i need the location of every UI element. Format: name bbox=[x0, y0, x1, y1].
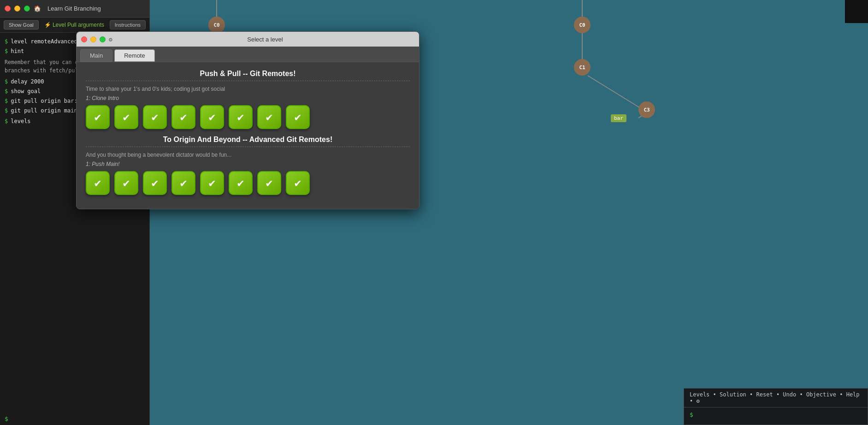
level-btn-1-7[interactable]: ✔ bbox=[257, 105, 281, 129]
check-icon-1-5: ✔ bbox=[209, 111, 215, 124]
menu-objective[interactable]: Objective bbox=[806, 391, 836, 398]
modal-tabs: Main Remote bbox=[77, 47, 419, 62]
separator-6: • bbox=[690, 398, 696, 404]
check-icon-1-3: ✔ bbox=[152, 111, 158, 124]
prompt-3: $ bbox=[5, 77, 8, 86]
check-icon-2-4: ✔ bbox=[180, 177, 187, 189]
prompt-4: $ bbox=[5, 87, 8, 96]
git-node-c0-right: C0 bbox=[574, 17, 590, 33]
left-toolbar: Show Goal ⚡ Level Pull arguments Instruc… bbox=[0, 18, 149, 33]
level-btn-2-3[interactable]: ✔ bbox=[143, 171, 167, 195]
select-level-modal: ⚙ Select a level Main Remote Push & Pull… bbox=[76, 31, 419, 209]
modal-title: Select a level bbox=[116, 36, 414, 43]
prompt-1: $ bbox=[5, 37, 8, 46]
separator-2: • bbox=[750, 391, 756, 398]
section-2-divider bbox=[86, 147, 410, 147]
minimize-button[interactable] bbox=[14, 6, 20, 12]
level-btn-1-4[interactable]: ✔ bbox=[171, 105, 195, 129]
section-2-level-label: 1: Push Main! bbox=[86, 161, 410, 167]
menu-help[interactable]: Help bbox=[846, 391, 860, 398]
terminal-prompt-bottom: $ bbox=[0, 413, 149, 425]
modal-gear-icon: ⚙ bbox=[109, 36, 112, 43]
level-indicator: ⚡ Level Pull arguments bbox=[42, 22, 106, 28]
top-right-corner bbox=[845, 0, 868, 23]
section-2: To Origin And Beyond -- Advanced Git Rem… bbox=[86, 136, 410, 195]
git-node-c0-left: C0 bbox=[208, 17, 225, 33]
level-btn-1-5[interactable]: ✔ bbox=[200, 105, 224, 129]
modal-maximize-button[interactable] bbox=[100, 36, 106, 42]
check-icon-1-6: ✔ bbox=[237, 111, 244, 124]
modal-close-button[interactable] bbox=[81, 36, 87, 42]
check-icon-1-4: ✔ bbox=[180, 111, 187, 124]
check-icon-2-3: ✔ bbox=[152, 177, 158, 189]
level-btn-1-6[interactable]: ✔ bbox=[229, 105, 253, 129]
section-1-level-label: 1: Clone Intro bbox=[86, 95, 410, 101]
bottom-bar: Levels • Solution • Reset • Undo • Objec… bbox=[684, 388, 868, 425]
tab-remote[interactable]: Remote bbox=[114, 49, 155, 62]
titlebar: 🏠 Learn Git Branching bbox=[0, 0, 149, 18]
level-btn-2-2[interactable]: ✔ bbox=[114, 171, 138, 195]
bottom-bar-menu: Levels • Solution • Reset • Undo • Objec… bbox=[684, 389, 868, 407]
show-goal-button[interactable]: Show Goal bbox=[4, 20, 39, 30]
separator-5: • bbox=[839, 391, 846, 398]
bar-branch-label: bar bbox=[611, 114, 626, 122]
menu-levels[interactable]: Levels bbox=[690, 391, 709, 398]
section-1-subtitle: Time to share your 1's and 0's kids; cod… bbox=[86, 86, 410, 92]
git-node-c1: C1 bbox=[574, 59, 590, 76]
bottom-bar-input[interactable]: $ bbox=[684, 407, 868, 422]
check-icon-1-8: ✔ bbox=[295, 111, 301, 124]
section-1: Push & Pull -- Git Remotes! Time to shar… bbox=[86, 70, 410, 129]
section-1-title: Push & Pull -- Git Remotes! bbox=[86, 70, 410, 78]
tab-main[interactable]: Main bbox=[80, 49, 112, 62]
level-btn-2-4[interactable]: ✔ bbox=[171, 171, 195, 195]
window-title: Learn Git Branching bbox=[47, 5, 101, 12]
level-btn-1-8[interactable]: ✔ bbox=[286, 105, 310, 129]
level-btn-2-7[interactable]: ✔ bbox=[257, 171, 281, 195]
dollar-prompt: $ bbox=[690, 411, 693, 418]
level-btn-1-1[interactable]: ✔ bbox=[86, 105, 110, 129]
separator-4: • bbox=[799, 391, 806, 398]
window-icon: 🏠 bbox=[34, 5, 41, 12]
git-node-c3: C3 bbox=[638, 101, 655, 118]
prompt-5: $ bbox=[5, 97, 8, 106]
maximize-button[interactable] bbox=[24, 6, 30, 12]
instructions-button[interactable]: Instructions bbox=[110, 20, 146, 30]
level-btn-2-1[interactable]: ✔ bbox=[86, 171, 110, 195]
check-icon-2-6: ✔ bbox=[237, 177, 244, 189]
check-icon-1-2: ✔ bbox=[123, 111, 130, 124]
prompt-2: $ bbox=[5, 47, 8, 56]
separator-3: • bbox=[776, 391, 783, 398]
check-icon-2-5: ✔ bbox=[209, 177, 215, 189]
prompt-7: $ bbox=[5, 117, 8, 126]
modal-minimize-button[interactable] bbox=[90, 36, 96, 42]
section-2-subtitle: And you thought being a benevolent dicta… bbox=[86, 152, 410, 158]
check-icon-1-1: ✔ bbox=[94, 111, 101, 124]
level-btn-2-6[interactable]: ✔ bbox=[229, 171, 253, 195]
level-btn-1-2[interactable]: ✔ bbox=[114, 105, 138, 129]
section-1-divider bbox=[86, 81, 410, 81]
level-btn-2-5[interactable]: ✔ bbox=[200, 171, 224, 195]
close-button[interactable] bbox=[5, 6, 11, 12]
menu-solution[interactable]: Solution bbox=[720, 391, 746, 398]
menu-undo[interactable]: Undo bbox=[783, 391, 796, 398]
level-btn-1-3[interactable]: ✔ bbox=[143, 105, 167, 129]
check-icon-2-1: ✔ bbox=[94, 177, 101, 189]
level-btn-2-8[interactable]: ✔ bbox=[286, 171, 310, 195]
section-2-icons: ✔ ✔ ✔ ✔ ✔ ✔ ✔ ✔ bbox=[86, 171, 410, 195]
menu-reset[interactable]: Reset bbox=[756, 391, 773, 398]
section-1-icons: ✔ ✔ ✔ ✔ ✔ ✔ ✔ ✔ bbox=[86, 105, 410, 129]
modal-titlebar: ⚙ Select a level bbox=[77, 32, 419, 47]
prompt-6: $ bbox=[5, 106, 8, 115]
svg-line-5 bbox=[588, 76, 643, 110]
check-icon-2-7: ✔ bbox=[266, 177, 272, 189]
check-icon-1-7: ✔ bbox=[266, 111, 272, 124]
modal-content: Push & Pull -- Git Remotes! Time to shar… bbox=[77, 62, 419, 209]
section-2-title: To Origin And Beyond -- Advanced Git Rem… bbox=[86, 136, 410, 144]
check-icon-2-2: ✔ bbox=[123, 177, 130, 189]
settings-icon[interactable]: ⚙ bbox=[696, 398, 699, 404]
check-icon-2-8: ✔ bbox=[295, 177, 301, 189]
separator-1: • bbox=[713, 391, 720, 398]
dollar-sign: $ bbox=[5, 415, 8, 422]
